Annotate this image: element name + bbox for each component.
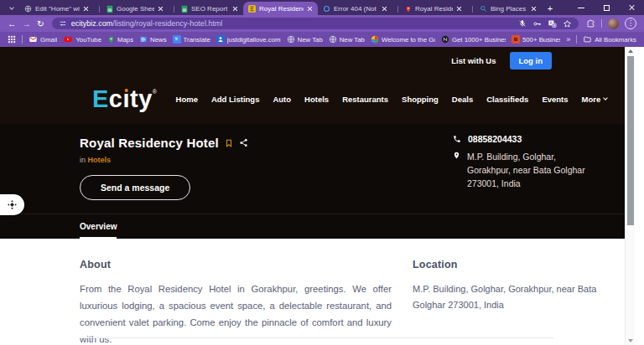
- browser-tab[interactable]: Google Sheets: [94, 3, 169, 15]
- nav-auto[interactable]: Auto: [273, 95, 291, 104]
- scroll-up-arrow[interactable]: [626, 47, 635, 55]
- close-button[interactable]: [619, 0, 644, 15]
- all-bookmarks-button[interactable]: All Bookmarks: [583, 35, 636, 44]
- registered-mark: ®: [153, 89, 158, 95]
- forward-button[interactable]: →: [23, 19, 32, 28]
- tab-close-icon[interactable]: [83, 6, 89, 12]
- site-info-icon[interactable]: [59, 19, 67, 28]
- logo-ty: ty: [130, 87, 153, 111]
- bookmarks-overflow-chevron[interactable]: »: [566, 35, 570, 44]
- nav-home[interactable]: Home: [176, 95, 198, 104]
- maps-icon: [107, 35, 115, 44]
- tabs: Edit "Home" with Ele Google Sheets SEO R…: [19, 0, 542, 15]
- location-heading: Location: [413, 259, 601, 270]
- tab-label: Bing Places for Busi: [491, 5, 527, 13]
- bookmark-star-icon[interactable]: [563, 19, 572, 28]
- address-bar[interactable]: ecitybiz.com/listing/royal-residency-hot…: [52, 18, 579, 29]
- extensions-icon[interactable]: [586, 19, 595, 28]
- browser-tab[interactable]: Edit "Home" with Ele: [19, 3, 94, 15]
- phone-number[interactable]: 08858204433: [468, 134, 522, 144]
- tab-close-icon[interactable]: [232, 6, 238, 12]
- url-text: ecitybiz.com/listing/royal-residency-hot…: [71, 19, 223, 28]
- translate-icon[interactable]: [548, 19, 557, 28]
- all-bookmarks-label: All Bookmarks: [595, 36, 636, 44]
- bookmark-item[interactable]: Gmail: [29, 35, 57, 44]
- browser-tab[interactable]: SEO Report 2025 - G: [169, 3, 243, 15]
- maps-pin-favicon: [405, 5, 412, 13]
- password-key-icon[interactable]: [532, 19, 542, 28]
- new-tab-button[interactable]: +: [542, 2, 558, 14]
- apps-grid-icon[interactable]: [8, 35, 16, 44]
- tab-close-icon[interactable]: [307, 6, 313, 12]
- listing-title: Royal Residency Hotel: [80, 136, 219, 150]
- bookmark-item[interactable]: 500+ Business Listin...: [512, 35, 560, 44]
- page-scrollbar[interactable]: [625, 47, 635, 345]
- bookmark-item[interactable]: justdigitallove.com: [216, 35, 281, 44]
- sheets-favicon: [181, 5, 188, 13]
- minimize-button[interactable]: [569, 0, 594, 15]
- browser-window: Edit "Home" with Ele Google Sheets SEO R…: [0, 0, 644, 345]
- main-navbar: Ecıty® Home Add Listings Auto Hotels Res…: [0, 74, 626, 124]
- menu-dots-icon[interactable]: ⋮: [625, 18, 636, 29]
- category-prefix: in: [80, 156, 86, 164]
- nav-deals[interactable]: Deals: [452, 95, 473, 104]
- bookmark-item[interactable]: YouTube: [63, 35, 101, 44]
- share-icon[interactable]: [239, 138, 248, 147]
- nav-classifieds[interactable]: Classifieds: [486, 95, 528, 104]
- accessibility-widget-handle[interactable]: [0, 194, 24, 215]
- tab-search-button[interactable]: [4, 2, 19, 14]
- browser-tab[interactable]: Royal Residency - Ho: [392, 3, 467, 15]
- browser-tab-active[interactable]: Royal Residency Hot: [243, 2, 318, 15]
- bookmark-item[interactable]: News: [139, 35, 167, 44]
- profile-avatar[interactable]: [608, 18, 619, 29]
- bookmark-item[interactable]: Maps: [107, 35, 133, 44]
- tab-label: Error 404 (Not Foun: [334, 5, 378, 13]
- listing-hero: Royal Residency Hotel in Hotels Send a m…: [0, 124, 626, 214]
- back-button[interactable]: ←: [8, 19, 17, 28]
- gmail-icon: [29, 35, 38, 44]
- nav-events[interactable]: Events: [542, 95, 568, 104]
- scroll-down-arrow[interactable]: [626, 337, 635, 345]
- tab-close-icon[interactable]: [382, 6, 387, 12]
- url-path: /listing/royal-residency-hotel.html: [112, 19, 222, 28]
- ecity-logo[interactable]: Ecıty®: [92, 87, 158, 111]
- scrollbar-thumb[interactable]: [627, 56, 634, 225]
- url-domain: ecitybiz.com: [71, 19, 113, 28]
- ecity-favicon: [248, 5, 256, 13]
- browser-tab[interactable]: Bing Places for Busi: [467, 3, 542, 15]
- logo-c: c: [109, 87, 123, 111]
- tab-close-icon[interactable]: [158, 6, 164, 12]
- nav-more[interactable]: More: [582, 95, 608, 104]
- toolbar-divider: [601, 19, 602, 28]
- bookmark-label: Gmail: [40, 36, 57, 44]
- address-line: M.P. Building, Golghar,: [467, 150, 585, 163]
- tab-label: SEO Report 2025 - G: [191, 5, 229, 13]
- category-link[interactable]: Hotels: [88, 156, 112, 164]
- nav-hotels[interactable]: Hotels: [304, 95, 329, 104]
- page-viewport: List with Us Log in Ecıty® Home Add List…: [0, 47, 644, 345]
- login-button[interactable]: Log in: [510, 52, 553, 70]
- nav-add-listings[interactable]: Add Listings: [211, 95, 260, 104]
- bookmark-item[interactable]: Translate: [173, 35, 210, 44]
- bookmark-item[interactable]: New Tab: [287, 35, 323, 44]
- tab-close-icon[interactable]: [531, 6, 537, 12]
- bookmark-item[interactable]: New Tab: [329, 35, 365, 44]
- send-message-button[interactable]: Send a message: [80, 175, 190, 200]
- listing-content: About From the Royal Residency Hotel in …: [0, 239, 626, 345]
- bookmark-item[interactable]: Welcome to the Go...: [371, 35, 435, 44]
- bookmark-ribbon-icon[interactable]: [225, 138, 233, 148]
- list-with-us-link[interactable]: List with Us: [451, 56, 496, 65]
- bookmark-item[interactable]: Get 1000+ Business...: [441, 35, 506, 44]
- tab-overview[interactable]: Overview: [80, 214, 117, 239]
- address-line: Gorakhpur, near Bata Golghar: [467, 163, 585, 177]
- tab-label: Royal Residency Hot: [259, 5, 304, 13]
- mic-off-icon[interactable]: [518, 19, 527, 28]
- bookmark-label: YouTube: [75, 36, 101, 44]
- reload-button[interactable]: ↻: [37, 19, 44, 28]
- maximize-button[interactable]: [594, 0, 619, 15]
- address-line: 273001, India: [467, 177, 585, 190]
- tab-close-icon[interactable]: [456, 6, 462, 12]
- browser-tab[interactable]: Error 404 (Not Foun: [318, 3, 392, 15]
- nav-restaurants[interactable]: Restaurants: [342, 95, 388, 104]
- nav-shopping[interactable]: Shopping: [402, 95, 439, 104]
